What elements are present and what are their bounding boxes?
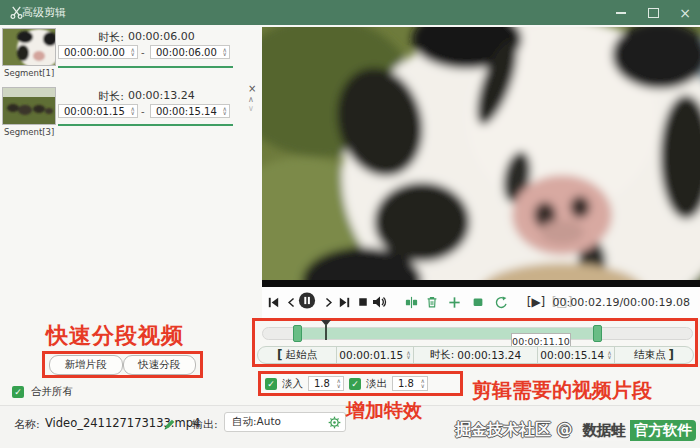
watermark-text: 掘金技术社区 @ [455, 420, 573, 441]
fade-annotation-box: ✓ 淡入 1.8 ∧∨ ✓ 淡出 1.8 ∧∨ [258, 371, 463, 396]
segment2-end-input[interactable]: 00:00:15.14 ∧∨ [150, 104, 230, 118]
play-section-button[interactable]: [▶] [524, 293, 548, 311]
trim-duration-cell: 时长: 00:00:13.24 [414, 347, 538, 363]
segment2-thumbnail[interactable] [2, 87, 56, 125]
check-icon: ✓ [351, 378, 359, 390]
fast-split-button[interactable]: 快速分段 [123, 355, 197, 375]
skip-end-button[interactable] [335, 293, 353, 311]
minimize-button[interactable] [614, 6, 628, 20]
scroll-down-icon[interactable]: ∨ [248, 105, 254, 113]
skip-start-button[interactable] [264, 293, 282, 311]
set-end-point-button[interactable]: 结束点 ] [615, 347, 693, 363]
fade-out-input[interactable]: 1.8 ∧∨ [392, 376, 428, 391]
annotation-add-effects: 增加特效 [346, 398, 422, 424]
segment1-start-input[interactable]: 00:00:00.00 ∧∨ [58, 45, 138, 59]
close-icon: × [679, 6, 691, 20]
segment2-label: Segment[3] [4, 127, 54, 137]
spinner-icon[interactable]: ∧∨ [406, 351, 410, 360]
spinner-icon[interactable]: ∧∨ [607, 351, 611, 360]
spinner-icon[interactable]: ∧∨ [223, 48, 227, 57]
segment1-duration-label: 时长: [98, 30, 124, 45]
transport-bar: [▶] [□] 00:00:02.19/00:00:19.08 [262, 287, 700, 319]
merge-all-row: ✓ 合并所有 [12, 385, 73, 399]
segment-buttons-annotation-box: 新增片段 快速分段 [42, 351, 203, 378]
output-format-dropdown[interactable]: 自动:Auto [224, 412, 346, 432]
maximize-icon [648, 8, 659, 18]
set-start-point-button[interactable]: [ 起始点 [258, 347, 337, 363]
scroll-up-icon[interactable]: ∧ [248, 96, 254, 104]
fade-out-label: 淡出 [366, 377, 387, 391]
trim-fields-row: [ 起始点 00:00:01.15 ∧∨ 时长: 00:00:13.24 00:… [257, 346, 694, 364]
output-format-value: 自动:Auto [232, 415, 328, 429]
minimize-icon [616, 12, 626, 14]
spinner-icon[interactable]: ∧∨ [337, 379, 341, 388]
fade-in-checkbox[interactable]: ✓ [265, 378, 277, 390]
segment1-duration-value: 00:00:06.00 [128, 30, 195, 45]
spinner-icon[interactable]: ∧∨ [223, 107, 227, 116]
spinner-icon[interactable]: ∧∨ [421, 379, 425, 388]
check-icon: ✓ [267, 378, 275, 390]
playhead-line[interactable] [325, 324, 327, 340]
segment1-thumbnail[interactable] [2, 28, 56, 66]
segment2-duration-line: 时长: 00:00:13.24 [58, 89, 235, 104]
title-bar: 高级剪辑 × [0, 0, 700, 25]
window-title: 高级剪辑 [22, 5, 66, 20]
delete-clip-button[interactable] [423, 293, 441, 311]
file-name-label: 名称: [14, 417, 40, 432]
segment1-end-input[interactable]: 00:00:06.00 ∧∨ [150, 45, 230, 59]
add-segment-button[interactable]: 新增片段 [49, 355, 123, 375]
playback-time-display: 00:00:02.19/00:00:19.08 [553, 296, 691, 309]
merge-all-checkbox[interactable]: ✓ [12, 386, 24, 398]
spinner-icon[interactable]: ∧∨ [131, 107, 135, 116]
segment2-range-bar[interactable] [58, 124, 233, 126]
range-dash: - [141, 106, 145, 117]
split-clip-button[interactable] [402, 293, 420, 311]
range-dash: - [141, 47, 145, 58]
timeline-right-handle[interactable] [593, 325, 602, 342]
check-icon: ✓ [14, 386, 22, 398]
watermark-badge: 数据蛙 官方软件 [579, 420, 697, 441]
reset-button[interactable] [492, 293, 510, 311]
gear-icon [328, 416, 341, 429]
fade-out-checkbox[interactable]: ✓ [349, 378, 361, 390]
watermark: 掘金技术社区 @ 数据蛙 官方软件 [455, 420, 696, 441]
segment2-start-input[interactable]: 00:00:01.15 ∧∨ [58, 104, 138, 118]
annotation-clip-needed: 剪辑需要的视频片段 [472, 377, 652, 404]
segment1-duration-line: 时长: 00:00:06.00 [58, 30, 235, 45]
segment2-delete-icon[interactable]: × [248, 84, 256, 94]
save-clip-button[interactable] [469, 293, 487, 311]
end-point-input[interactable]: 00:00:15.14 ∧∨ [538, 347, 615, 363]
segment2-duration-value: 00:00:13.24 [128, 89, 195, 104]
close-button[interactable]: × [678, 6, 692, 20]
segment1-range-bar[interactable] [58, 66, 233, 68]
merge-all-label: 合并所有 [31, 385, 73, 399]
video-preview[interactable] [262, 27, 700, 287]
maximize-button[interactable] [646, 6, 660, 20]
scissors-icon [9, 5, 24, 20]
app-window: 高级剪辑 × Segment[1] 时长: 00:00:06.00 00:00:… [0, 0, 700, 448]
volume-button[interactable] [370, 293, 388, 311]
edit-name-icon[interactable] [163, 416, 177, 430]
fade-in-label: 淡入 [282, 377, 303, 391]
fade-in-input[interactable]: 1.8 ∧∨ [308, 376, 344, 391]
output-label: 输出: [192, 417, 218, 432]
annotation-fast-split-title: 快速分段视频 [46, 321, 184, 351]
add-clip-button[interactable] [445, 293, 463, 311]
segment1-label: Segment[1] [4, 68, 54, 78]
spinner-icon[interactable]: ∧∨ [131, 48, 135, 57]
start-point-input[interactable]: 00:00:01.15 ∧∨ [337, 347, 414, 363]
pause-button[interactable] [298, 291, 316, 309]
segment2-duration-label: 时长: [98, 89, 124, 104]
timeline-left-handle[interactable] [293, 325, 302, 342]
